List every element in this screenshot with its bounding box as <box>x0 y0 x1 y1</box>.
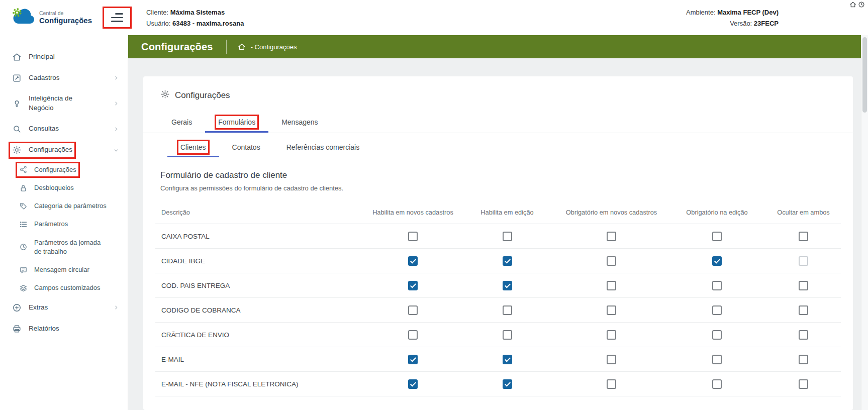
checkbox[interactable] <box>408 232 418 241</box>
user-label: Usuário: <box>146 20 170 27</box>
user-line: Usuário: 63483 - maxima.rosana <box>146 20 244 27</box>
version-line: Versão: 23FECP <box>686 20 779 27</box>
scrollbar <box>861 35 868 410</box>
sidebar-item-label: Inteligência de Negócio <box>29 94 94 113</box>
table-row: CODIGO DE COBRANCA <box>155 298 841 323</box>
checkbox[interactable] <box>712 379 722 389</box>
clock-icon[interactable] <box>858 1 865 10</box>
page-title: Configurações <box>141 41 213 53</box>
row-description: E-MAIL - NFE (NOTA FISCAL ELETRONICA) <box>155 380 366 388</box>
client-label: Cliente: <box>146 9 168 16</box>
tab-label: Gerais <box>171 118 192 126</box>
main-content: Configurações - Configurações Configuraç… <box>128 35 861 410</box>
home-icon[interactable] <box>238 43 246 51</box>
table-row: CIDADE IBGE <box>155 249 841 273</box>
gear-icon <box>12 145 22 155</box>
sidebar-item-label: Configurações <box>29 145 72 155</box>
checkbox[interactable] <box>503 232 512 241</box>
checkbox[interactable] <box>607 232 616 241</box>
checkbox[interactable] <box>408 330 418 340</box>
checkbox[interactable] <box>503 256 512 266</box>
checkbox[interactable] <box>607 379 616 389</box>
checkbox[interactable] <box>712 330 722 340</box>
checkbox[interactable] <box>712 256 722 266</box>
sidebar-subitem-campos-customizados[interactable]: Campos customizados <box>0 279 128 297</box>
client-value: Máxima Sistemas <box>170 9 225 16</box>
tab-referencias-comerciais[interactable]: Referências comerciais <box>273 137 373 157</box>
search-icon <box>12 124 22 134</box>
sidebar-toggle-button[interactable] <box>105 9 129 26</box>
environment-value: Maxima FECP (Dev) <box>717 9 779 16</box>
checkbox[interactable] <box>712 305 722 315</box>
checkbox[interactable] <box>799 256 808 266</box>
chevron-down-icon <box>113 147 120 154</box>
checkbox[interactable] <box>607 355 616 364</box>
secondary-tab-bar: Clientes Contatos Referências comerciais <box>143 137 853 157</box>
checkbox[interactable] <box>607 330 616 340</box>
settings-card: Configurações Gerais Formulários Mensage… <box>143 76 853 410</box>
sidebar-item-extras[interactable]: Extras <box>0 297 128 318</box>
checkbox[interactable] <box>503 355 512 364</box>
tab-formularios[interactable]: Formulários <box>205 112 268 133</box>
table-row: CAIXA POSTAL <box>155 224 841 249</box>
checkbox[interactable] <box>503 305 512 315</box>
scrollbar-thumb[interactable] <box>862 37 867 113</box>
sidebar-item-inteligencia-de-negocio[interactable]: Inteligência de Negócio <box>0 88 128 119</box>
layers-icon <box>19 283 28 292</box>
checkbox[interactable] <box>607 281 616 290</box>
home-icon[interactable] <box>849 1 856 10</box>
sidebar-item-relatorios[interactable]: Relatórios <box>0 318 128 339</box>
gear-icon <box>160 89 170 101</box>
sidebar-subitem-parametros-jornada[interactable]: Parâmetros da jornada de trabalho <box>0 234 128 261</box>
logo-text-line2: Configurações <box>39 17 92 25</box>
sidebar-item-consultas[interactable]: Consultas <box>0 119 128 140</box>
checkbox[interactable] <box>799 379 808 389</box>
version-label: Versão: <box>730 20 752 27</box>
checkbox[interactable] <box>408 281 418 290</box>
checkbox[interactable] <box>712 232 722 241</box>
sidebar-item-principal[interactable]: Principal <box>0 46 128 67</box>
tab-contatos[interactable]: Contatos <box>219 137 273 157</box>
tab-mensagens[interactable]: Mensagens <box>268 112 331 133</box>
permissions-table: Descrição Habilita em novos cadastros Ha… <box>155 202 841 396</box>
sidebar-submenu-configuracoes: Configurações Desbloqueios Categoria de … <box>0 161 128 297</box>
checkbox[interactable] <box>799 355 808 364</box>
checkbox[interactable] <box>408 256 418 266</box>
checkbox[interactable] <box>607 305 616 315</box>
cloud-gear-logo-icon <box>11 8 35 28</box>
tab-clientes[interactable]: Clientes <box>167 137 219 157</box>
checkbox[interactable] <box>408 379 418 389</box>
client-line: Cliente: Máxima Sistemas <box>146 9 244 16</box>
sidebar-subitem-mensagem-circular[interactable]: Mensagem circular <box>0 261 128 279</box>
checkbox[interactable] <box>503 379 512 389</box>
bulb-icon <box>12 98 22 109</box>
checkbox[interactable] <box>799 305 808 315</box>
chevron-right-icon <box>113 100 120 107</box>
sidebar-subitem-desbloqueios[interactable]: Desbloqueios <box>0 179 128 197</box>
card-title-text: Configurações <box>175 90 230 100</box>
row-description: CIDADE IBGE <box>155 257 366 265</box>
sidebar-subitem-parametros[interactable]: Parâmetros <box>0 215 128 233</box>
chevron-right-icon <box>113 74 120 81</box>
sidebar-item-label: Parâmetros da jornada de trabalho <box>34 238 110 256</box>
column-header-obrigatorio-novos: Obrigatório em novos cadastros <box>555 209 668 217</box>
checkbox[interactable] <box>799 232 808 241</box>
printer-icon <box>12 324 22 334</box>
sidebar-item-configuracoes[interactable]: Configurações <box>0 140 128 161</box>
checkbox[interactable] <box>408 305 418 315</box>
checkbox[interactable] <box>607 256 616 266</box>
checkbox[interactable] <box>799 281 808 290</box>
checkbox[interactable] <box>503 330 512 340</box>
plus-circle-icon <box>12 302 22 313</box>
checkbox[interactable] <box>712 355 722 364</box>
checkbox[interactable] <box>712 281 722 290</box>
checkbox[interactable] <box>408 355 418 364</box>
primary-tab-bar: Gerais Formulários Mensagens <box>143 112 853 133</box>
checkbox[interactable] <box>503 281 512 290</box>
sidebar-subitem-configuracoes[interactable]: Configurações <box>0 161 128 179</box>
sidebar-item-cadastros[interactable]: Cadastros <box>0 67 128 88</box>
sidebar-subitem-categoria-de-parametros[interactable]: Categoria de parâmetros <box>0 197 128 215</box>
checkbox[interactable] <box>799 330 808 340</box>
lock-icon <box>19 183 28 192</box>
tab-gerais[interactable]: Gerais <box>158 112 205 133</box>
